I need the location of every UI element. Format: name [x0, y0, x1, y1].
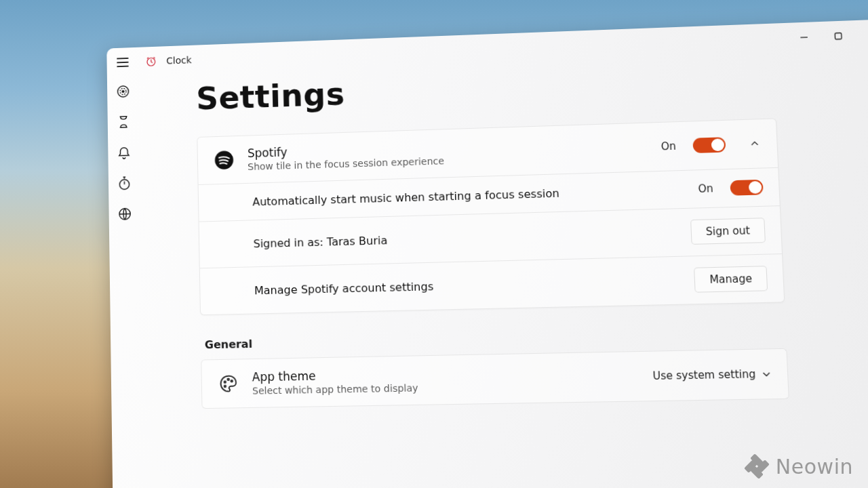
autostart-toggle[interactable]	[730, 180, 763, 196]
app-title: Clock	[166, 55, 192, 66]
clock-app-icon	[145, 55, 157, 67]
spotify-toggle-state: On	[660, 140, 676, 153]
app-theme-card: App theme Select which app theme to disp…	[201, 348, 789, 409]
nav-focus-sessions-icon[interactable]	[115, 83, 132, 100]
manage-account-label: Manage Spotify account settings	[254, 280, 434, 297]
close-button[interactable]	[854, 20, 868, 49]
palette-icon	[216, 372, 240, 396]
app-theme-subtitle: Select which app theme to display	[252, 382, 418, 396]
hamburger-menu-icon[interactable]	[106, 47, 138, 78]
svg-point-11	[224, 386, 226, 388]
spotify-settings-card: Spotify Show tile in the focus session e…	[197, 118, 785, 315]
maximize-button[interactable]	[821, 22, 856, 50]
svg-point-4	[122, 91, 124, 93]
app-theme-row[interactable]: App theme Select which app theme to disp…	[201, 349, 789, 408]
svg-point-8	[224, 381, 226, 383]
spotify-toggle[interactable]	[692, 137, 726, 153]
app-theme-title: App theme	[252, 367, 418, 384]
spotify-icon	[212, 148, 235, 172]
svg-point-9	[227, 378, 229, 380]
nav-stopwatch-icon[interactable]	[117, 175, 133, 191]
app-window: Clock Settings	[106, 19, 868, 488]
minimize-button[interactable]	[786, 23, 821, 52]
nav-alarm-icon[interactable]	[116, 144, 132, 161]
svg-rect-1	[835, 33, 842, 39]
nav-timer-icon[interactable]	[115, 114, 132, 130]
chevron-up-icon[interactable]	[748, 138, 762, 150]
general-section-header: General	[205, 324, 868, 351]
svg-point-10	[231, 380, 233, 382]
manage-button[interactable]: Manage	[694, 266, 768, 293]
autostart-state: On	[698, 182, 713, 195]
autostart-label: Automatically start music when starting …	[252, 186, 559, 208]
sign-out-button[interactable]: Sign out	[690, 218, 766, 245]
signed-in-label: Signed in as: Taras Buria	[253, 234, 387, 250]
nav-world-clock-icon[interactable]	[117, 206, 133, 222]
content-area: Settings Spotify Show tile in the focus …	[139, 49, 868, 488]
app-theme-dropdown[interactable]: Use system setting	[652, 367, 772, 382]
